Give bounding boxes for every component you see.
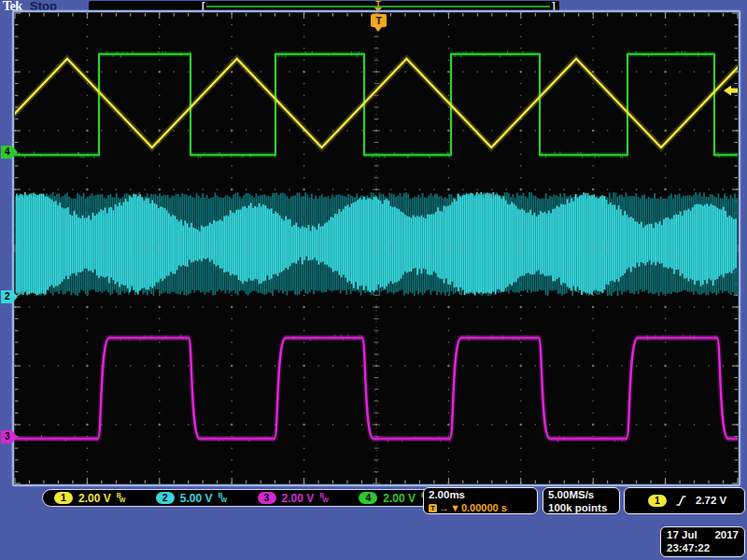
ch2-waveform (16, 192, 737, 296)
channel-2-badge[interactable]: 2 5.00 V BW (156, 492, 228, 505)
bandwidth-limit-icon: BW (117, 493, 126, 504)
sample-rate: 5.00MS/s (548, 489, 614, 502)
date-value: 17 Jul (667, 528, 698, 541)
oscilloscope-screen: Tek Stop [ T ] T 4 2 3 1 2.00 V BW 2 5.0… (0, 0, 747, 560)
channel-1-badge[interactable]: 1 2.00 V BW (54, 492, 126, 505)
bandwidth-limit-icon: BW (218, 493, 227, 504)
trigger-readout-box[interactable]: 1 2.72 V (624, 487, 745, 514)
rising-edge-slope-icon (675, 495, 687, 507)
channel-3-badge[interactable]: 3 2.00 V BW (258, 492, 330, 505)
horizontal-delay-value: 0.00000 s (461, 502, 507, 515)
horizontal-delay-row: T→▼0.00000 s (429, 502, 532, 515)
acquisition-readout-box[interactable]: 5.00MS/s 100k points (543, 487, 620, 514)
right-arrow-icon: → (439, 502, 449, 515)
time-value: 23:47:22 (667, 541, 739, 554)
graticule (0, 0, 747, 560)
channel-1-bubble: 1 (54, 492, 73, 504)
channel-badges-bar: 1 2.00 V BW 2 5.00 V BW 3 2.00 V BW 4 2.… (42, 489, 443, 507)
year-value: 2017 (714, 528, 739, 541)
trigger-position-flag-label: T (375, 15, 382, 26)
down-arrow-icon (374, 27, 382, 32)
channel-2-scale: 5.00 V (180, 492, 213, 505)
channel-1-scale: 2.00 V (78, 492, 111, 505)
trigger-position-icon: T (429, 504, 437, 512)
down-triangle-icon: ▼ (450, 502, 460, 515)
channel-4-bubble: 4 (359, 492, 377, 504)
channel-2-bubble: 2 (156, 492, 175, 504)
record-length: 100k points (548, 502, 614, 515)
channel-3-scale: 2.00 V (282, 492, 315, 505)
datetime-box: 17 Jul 2017 23:47:22 (660, 526, 745, 557)
bandwidth-limit-icon: BW (319, 493, 329, 504)
trigger-source-bubble: 1 (648, 495, 667, 507)
channel-4-scale: 2.00 V (383, 492, 416, 505)
horizontal-scale: 2.00ms (429, 489, 532, 502)
channel-4-badge[interactable]: 4 2.00 V BW (359, 492, 430, 505)
channel-3-bubble: 3 (258, 492, 276, 504)
trigger-position-flag[interactable]: T (371, 14, 387, 27)
trigger-level-value: 2.72 V (696, 495, 726, 508)
horizontal-readout-box[interactable]: 2.00ms T→▼0.00000 s (423, 487, 538, 514)
